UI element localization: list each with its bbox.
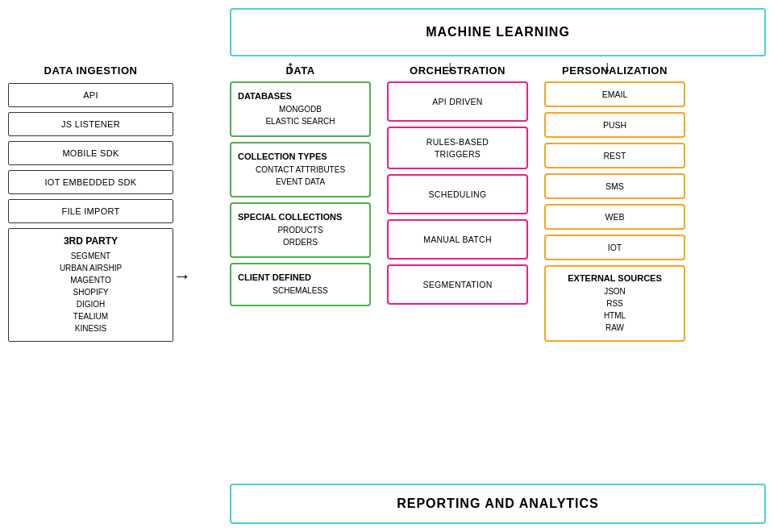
ingestion-3rd-party: 3RD PARTY SEGMENTURBAN AIRSHIPMAGENTOSHO… xyxy=(8,228,173,342)
orch-scheduling-label: SCHEDULING xyxy=(429,189,487,201)
pers-sms-box: SMS xyxy=(544,173,685,199)
reporting-box: REPORTING AND ANALYTICS xyxy=(230,484,766,524)
orch-api-box: API DRIVEN xyxy=(387,81,528,122)
reporting-label: REPORTING AND ANALYTICS xyxy=(397,497,599,511)
data-databases-sub: MONGODBELASTIC SEARCH xyxy=(238,103,363,127)
ingestion-item-api: API xyxy=(8,83,173,107)
diagram: MACHINE LEARNING ↑ ↓ ↓ DATA INGESTION AP… xyxy=(0,0,774,532)
orchestration-column: ORCHESTRATION API DRIVEN RULES-BASEDTRIG… xyxy=(387,64,528,310)
machine-learning-box: MACHINE LEARNING xyxy=(230,8,766,56)
ingestion-3rd-title: 3RD PARTY xyxy=(12,235,169,247)
orch-manual-label: MANUAL BATCH xyxy=(423,234,492,246)
ingestion-column: DATA INGESTION API JS LISTENER MOBILE SD… xyxy=(8,64,173,342)
data-special-box: SPECIAL COLLECTIONS PRODUCTSORDERS xyxy=(230,202,371,258)
data-databases-box: DATABASES MONGODBELASTIC SEARCH xyxy=(230,81,371,137)
orch-segmentation-label: SEGMENTATION xyxy=(422,279,492,291)
data-special-title: SPECIAL COLLECTIONS xyxy=(238,212,363,222)
data-header: DATA xyxy=(230,64,371,77)
data-client-box: CLIENT DEFINED SCHEMALESS xyxy=(230,263,371,306)
data-collection-sub: CONTACT ATTRIBUTESEVENT DATA xyxy=(238,164,363,188)
ingestion-item-iot: IOT EMBEDDED SDK xyxy=(8,170,173,194)
personalization-header: PERSONALIZATION xyxy=(544,64,685,77)
pers-external-sub: JSONRSSHTMLRAW xyxy=(549,285,680,334)
ingestion-item-file: FILE IMPORT xyxy=(8,199,173,223)
orch-manual-box: MANUAL BATCH xyxy=(387,219,528,260)
personalization-column: PERSONALIZATION EMAIL PUSH REST SMS WEB … xyxy=(544,64,685,342)
data-client-title: CLIENT DEFINED xyxy=(238,272,363,282)
ingestion-3rd-subs: SEGMENTURBAN AIRSHIPMAGENTOSHOPIFYDIGIOH… xyxy=(12,250,169,335)
data-collection-title: COLLECTION TYPES xyxy=(238,152,363,161)
data-databases-title: DATABASES xyxy=(238,91,363,101)
pers-iot-box: IOT xyxy=(544,235,685,260)
orch-api-label: API DRIVEN xyxy=(432,96,483,108)
pers-external-box: EXTERNAL SOURCES JSONRSSHTMLRAW xyxy=(544,265,685,342)
orch-rules-box: RULES-BASEDTRIGGERS xyxy=(387,127,528,169)
orch-rules-label: RULES-BASEDTRIGGERS xyxy=(427,136,489,160)
ingestion-item-js: JS LISTENER xyxy=(8,112,173,136)
ingestion-item-mobile: MOBILE SDK xyxy=(8,141,173,165)
orchestration-header: ORCHESTRATION xyxy=(387,64,528,77)
ingestion-title: DATA INGESTION xyxy=(8,64,173,77)
orch-segmentation-box: SEGMENTATION xyxy=(387,264,528,305)
pers-email-box: EMAIL xyxy=(544,81,685,107)
ingestion-to-data-arrow: → xyxy=(173,266,191,287)
machine-learning-label: MACHINE LEARNING xyxy=(426,25,570,39)
pers-push-box: PUSH xyxy=(544,112,685,138)
data-client-sub: SCHEMALESS xyxy=(238,285,363,297)
pers-rest-box: REST xyxy=(544,143,685,168)
data-collection-box: COLLECTION TYPES CONTACT ATTRIBUTESEVENT… xyxy=(230,142,371,197)
orch-scheduling-box: SCHEDULING xyxy=(387,174,528,214)
pers-external-title: EXTERNAL SOURCES xyxy=(549,273,680,283)
pers-web-box: WEB xyxy=(544,204,685,230)
data-special-sub: PRODUCTSORDERS xyxy=(238,224,363,248)
data-column: DATA DATABASES MONGODBELASTIC SEARCH COL… xyxy=(230,64,371,311)
